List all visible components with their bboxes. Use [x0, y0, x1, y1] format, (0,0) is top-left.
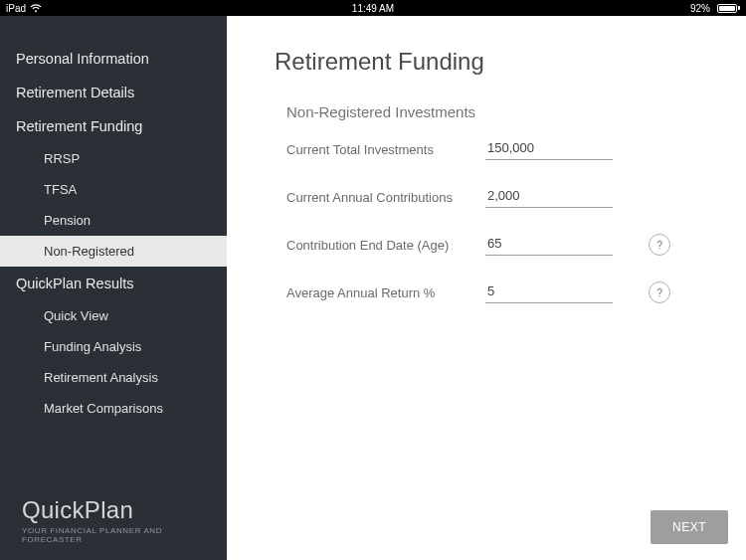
sidebar-subitem-rrsp[interactable]: RRSP: [0, 143, 227, 174]
help-button-contribution-end[interactable]: ?: [649, 234, 670, 256]
status-right: 92%: [690, 3, 740, 14]
sidebar-subitem-funding-analysis[interactable]: Funding Analysis: [0, 331, 227, 362]
sidebar-subitem-quick-view[interactable]: Quick View: [0, 300, 227, 331]
row-annual-contributions: Current Annual Contributions: [286, 186, 718, 208]
sidebar-item-personal-information[interactable]: Personal Information: [0, 42, 227, 76]
input-avg-return[interactable]: [485, 281, 613, 303]
battery-icon: [714, 4, 740, 13]
status-left: iPad: [6, 3, 42, 14]
row-current-total: Current Total Investments: [286, 138, 718, 160]
brand-block: QuickPlan YOUR FINANCIAL PLANNER AND FOR…: [0, 496, 227, 560]
sidebar-subitem-retirement-analysis[interactable]: Retirement Analysis: [0, 362, 227, 393]
brand-name: QuickPlan: [22, 496, 211, 524]
status-time: 11:49 AM: [352, 3, 394, 14]
sidebar-item-retirement-funding[interactable]: Retirement Funding: [0, 109, 227, 143]
sidebar-item-quickplan-results[interactable]: QuickPlan Results: [0, 267, 227, 300]
battery-percent: 92%: [690, 3, 710, 14]
input-contribution-end[interactable]: [485, 234, 613, 256]
brand-tagline: YOUR FINANCIAL PLANNER AND FORECASTER: [22, 526, 211, 544]
row-avg-return: Average Annual Return % ?: [286, 281, 718, 303]
row-contribution-end: Contribution End Date (Age) ?: [286, 234, 718, 256]
input-annual-contributions[interactable]: [485, 186, 613, 208]
sidebar-subitem-tfsa[interactable]: TFSA: [0, 174, 227, 205]
next-button[interactable]: NEXT: [651, 510, 728, 544]
device-label: iPad: [6, 3, 26, 14]
main-content: Retirement Funding Non-Registered Invest…: [227, 16, 746, 560]
input-current-total[interactable]: [485, 138, 613, 160]
section-title: Non-Registered Investments: [286, 103, 718, 120]
sidebar-subitem-pension[interactable]: Pension: [0, 205, 227, 236]
label-current-total: Current Total Investments: [286, 142, 485, 157]
label-annual-contributions: Current Annual Contributions: [286, 190, 485, 205]
sidebar: Personal Information Retirement Details …: [0, 16, 227, 560]
label-contribution-end: Contribution End Date (Age): [286, 238, 485, 253]
sidebar-subitem-non-registered[interactable]: Non-Registered: [0, 236, 227, 267]
app-container: Personal Information Retirement Details …: [0, 16, 746, 560]
page-title: Retirement Funding: [275, 48, 718, 76]
wifi-icon: [30, 4, 42, 13]
label-avg-return: Average Annual Return %: [286, 285, 485, 300]
nav-list: Personal Information Retirement Details …: [0, 16, 227, 496]
help-button-avg-return[interactable]: ?: [649, 281, 670, 303]
sidebar-subitem-market-comparisons[interactable]: Market Comparisons: [0, 393, 227, 424]
status-bar: iPad 11:49 AM 92%: [0, 0, 746, 16]
sidebar-item-retirement-details[interactable]: Retirement Details: [0, 76, 227, 109]
